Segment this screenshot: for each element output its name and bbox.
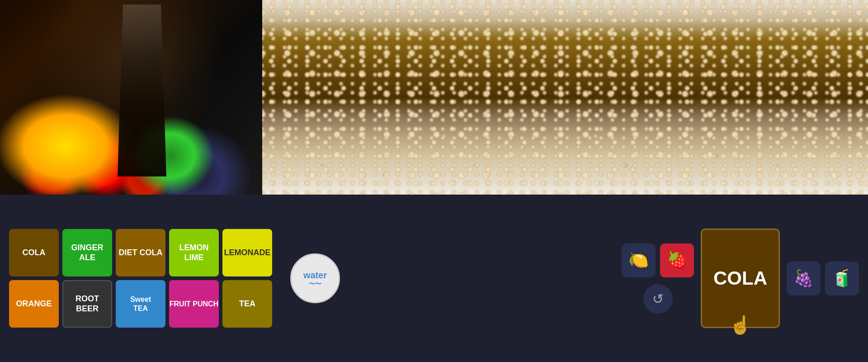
right-icons-cluster: 🍇 🧃 [787,262,859,295]
addon-icons: 🍋 🍓 ↺ [622,243,694,314]
can-icon-button[interactable]: 🧃 [825,262,859,295]
drink-menu-grid: COLA GINGER ALE DIET COLA LEMON LIME LEM… [9,229,272,328]
right-product-image [262,0,868,195]
menu-btn-orange[interactable]: ORANGE [9,280,59,328]
water-section: water 〜〜 [290,253,340,303]
image-area [0,0,868,195]
menu-btn-lemonade[interactable]: LEMONADE [222,229,272,276]
left-product-image [0,0,262,195]
kiosk-screen: COLA GINGER ALE DIET COLA LEMON LIME LEM… [0,0,868,362]
undo-button[interactable]: ↺ [643,284,673,314]
bottom-bar: COLA GINGER ALE DIET COLA LEMON LIME LEM… [0,195,868,362]
bubbles-overlay [262,0,868,195]
addon-icons-top-row: 🍋 🍓 [622,243,694,277]
menu-btn-tea[interactable]: TEA [222,280,272,328]
right-section: 🍋 🍓 ↺ COLA ☝ 🍇 🧃 [622,229,859,328]
glass-decoration [115,5,169,176]
lime-icon-button[interactable]: 🍋 [622,243,656,277]
menu-btn-ginger-ale[interactable]: GINGER ALE [62,229,112,276]
water-waves-icon: 〜〜 [309,281,321,287]
menu-btn-sweet-tea[interactable]: SweetTEA [116,280,165,328]
menu-btn-fruit-punch[interactable]: FRUIT PUNCH [169,280,219,328]
menu-btn-diet-cola[interactable]: DIET COLA [116,229,165,276]
menu-btn-lemon-lime[interactable]: LEMON LIME [169,229,219,276]
grapes-icon-button[interactable]: 🍇 [787,262,821,295]
selected-drink-display[interactable]: COLA ☝ [701,229,780,328]
right-icons-row: 🍇 🧃 [787,262,859,295]
menu-btn-root-beer[interactable]: ROOT BEER [62,280,112,328]
selected-drink-label: COLA [713,267,767,289]
menu-btn-cola[interactable]: COLA [9,229,59,276]
strawberry-icon-button[interactable]: 🍓 [660,243,694,277]
finger-cursor-indicator: ☝ [729,314,752,336]
water-button[interactable]: water 〜〜 [290,253,340,303]
water-label: water [303,270,327,281]
